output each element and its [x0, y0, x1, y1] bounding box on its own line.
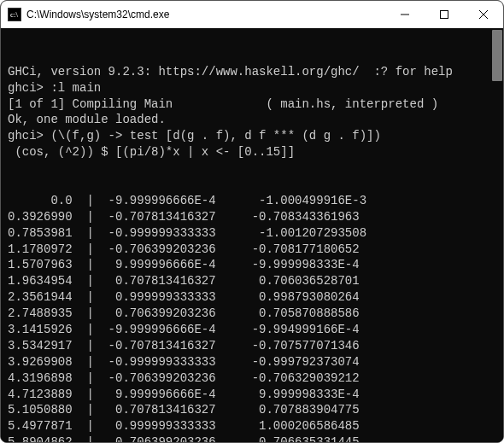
minimize-button[interactable] [385, 1, 425, 28]
table-row: 3.9269908 | -0.999999333333 -0.999792373… [8, 354, 496, 370]
table-row: 5.8904862 | 0.706399203236 0.70663533144… [8, 434, 496, 442]
svg-text:c:\: c:\ [10, 10, 18, 19]
cmd-icon: c:\ [8, 8, 21, 21]
table-row: 4.3196898 | -0.706399203236 -0.706329039… [8, 370, 496, 387]
table-row: 5.1050880 | 0.707813416327 0.70788390477… [8, 402, 496, 418]
scrollbar-thumb[interactable] [492, 30, 502, 81]
terminal-line: Ok, one module loaded. [8, 112, 496, 128]
table-row: 3.5342917 | -0.707813416327 -0.707577071… [8, 338, 496, 354]
table-row: 2.3561944 | 0.999999333333 0.99879308026… [8, 289, 496, 306]
table-row: 0.3926990 | -0.707813416327 -0.708343361… [8, 209, 496, 225]
window-title: C:\Windows\system32\cmd.exe [26, 9, 385, 20]
svg-rect-4 [441, 11, 448, 19]
terminal-output[interactable]: GHCi, version 9.2.3: https://www.haskell… [1, 28, 503, 442]
terminal-line: ghci> (\(f,g) -> test [d(g . f), d f ***… [8, 128, 496, 144]
table-row: 3.1415926 | -9.999996666E-4 -9.994999166… [8, 322, 496, 338]
table-row: 0.7853981 | -0.999999333333 -1.001207293… [8, 225, 496, 242]
terminal-line: [1 of 1] Compiling Main ( main.hs, inter… [8, 96, 496, 113]
table-row: 0.0 | -9.999996666E-4 -1.000499916E-3 [8, 193, 496, 209]
terminal-line: GHCi, version 9.2.3: https://www.haskell… [8, 64, 496, 80]
table-row: 2.7488935 | 0.706399203236 0.70587088858… [8, 306, 496, 322]
maximize-button[interactable] [425, 1, 464, 28]
terminal-line: ghci> :l main [8, 80, 496, 96]
table-row: 1.9634954 | 0.707813416327 0.70603652870… [8, 273, 496, 289]
table-row: 5.4977871 | 0.999999333333 1.00020658648… [8, 418, 496, 434]
titlebar[interactable]: c:\ C:\Windows\system32\cmd.exe [1, 1, 503, 28]
cmd-window: c:\ C:\Windows\system32\cmd.exe GHCi, ve… [0, 0, 504, 443]
scrollbar[interactable] [491, 28, 503, 442]
terminal-line: (cos, (^2)) $ [(pi/8)*x | x <- [0..15]] [8, 144, 496, 160]
window-controls [385, 1, 503, 28]
close-button[interactable] [464, 1, 503, 28]
table-row: 1.5707963 | 9.999996666E-4 -9.999998333E… [8, 257, 496, 273]
table-row: 4.7123889 | 9.999996666E-4 9.999998333E-… [8, 387, 496, 403]
table-row: 1.1780972 | -0.706399203236 -0.708177180… [8, 242, 496, 258]
